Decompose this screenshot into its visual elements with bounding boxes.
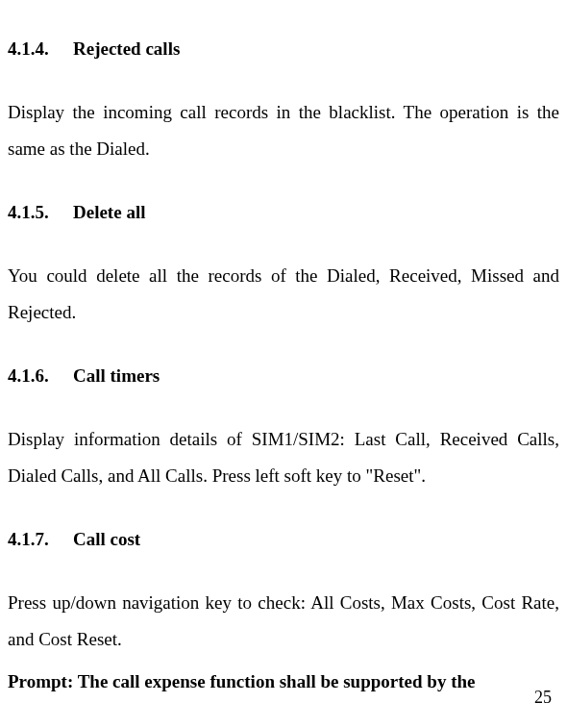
section-heading-rejected-calls: 4.1.4. Rejected calls — [8, 31, 559, 67]
heading-number: 4.1.5. — [8, 194, 73, 231]
section-body-call-cost: Press up/down navigation key to check: A… — [8, 585, 559, 658]
heading-number: 4.1.6. — [8, 358, 73, 394]
heading-title: Delete all — [73, 194, 145, 231]
heading-title: Call timers — [73, 358, 160, 394]
section-heading-delete-all: 4.1.5. Delete all — [8, 194, 559, 231]
heading-title: Rejected calls — [73, 31, 180, 67]
section-heading-call-timers: 4.1.6. Call timers — [8, 358, 559, 394]
prompt-text: Prompt: The call expense function shall … — [8, 664, 559, 700]
heading-number: 4.1.4. — [8, 31, 73, 67]
heading-title: Call cost — [73, 521, 140, 558]
section-body-delete-all: You could delete all the records of the … — [8, 258, 559, 331]
section-heading-call-cost: 4.1.7. Call cost — [8, 521, 559, 558]
section-body-call-timers: Display information details of SIM1/SIM2… — [8, 421, 559, 494]
section-body-rejected-calls: Display the incoming call records in the… — [8, 94, 559, 167]
heading-number: 4.1.7. — [8, 521, 73, 558]
page-number: 25 — [534, 680, 552, 715]
